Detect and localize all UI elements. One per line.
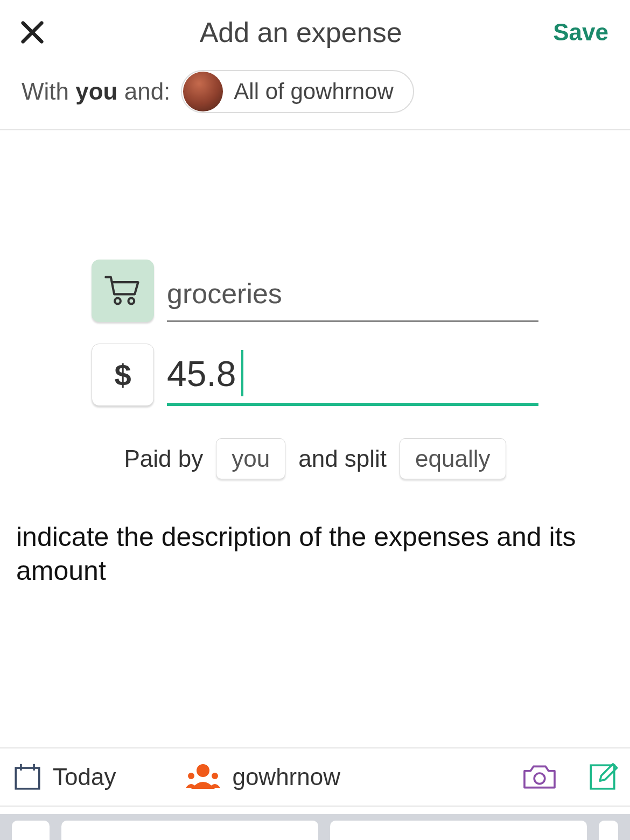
camera-icon: [521, 762, 558, 792]
calendar-icon: [12, 761, 43, 793]
date-label: Today: [53, 764, 116, 790]
description-input[interactable]: [167, 263, 538, 322]
shopping-cart-icon: [102, 270, 143, 311]
with-and: and:: [117, 78, 170, 104]
svg-rect-4: [16, 768, 39, 789]
with-you: you: [75, 78, 117, 104]
avatar: [183, 72, 223, 111]
svg-point-9: [212, 773, 218, 779]
edit-note-icon: [587, 761, 618, 793]
payer-button[interactable]: you: [216, 438, 285, 479]
with-prefix: With: [22, 78, 75, 104]
group-icon: [184, 762, 222, 792]
bottom-toolbar: Today gowhrnow: [0, 747, 630, 807]
participant-chip[interactable]: All of gowhrnow: [181, 70, 414, 113]
group-label: gowhrnow: [232, 764, 340, 790]
save-button[interactable]: Save: [553, 19, 608, 46]
currency-symbol: $: [114, 358, 131, 393]
paid-by-label: Paid by: [124, 445, 203, 472]
and-split-label: and split: [298, 445, 387, 472]
svg-point-10: [534, 773, 545, 784]
page-title: Add an expense: [200, 16, 402, 48]
amount-input[interactable]: [167, 347, 538, 406]
svg-point-7: [197, 764, 209, 777]
svg-point-2: [115, 298, 121, 304]
close-button[interactable]: [16, 16, 48, 48]
category-button[interactable]: [92, 260, 154, 322]
group-button[interactable]: gowhrnow: [184, 762, 340, 792]
split-method-button[interactable]: equally: [400, 438, 506, 479]
date-button[interactable]: Today: [12, 761, 116, 793]
text-cursor: [241, 350, 243, 396]
notes-button[interactable]: [587, 761, 618, 793]
camera-button[interactable]: [521, 762, 558, 792]
split-row: Paid by you and split equally: [92, 438, 538, 479]
participant-chip-label: All of gowhrnow: [234, 79, 393, 104]
svg-rect-11: [591, 765, 614, 789]
keyboard-stub: [0, 814, 630, 840]
close-icon: [18, 18, 46, 46]
svg-point-3: [128, 298, 134, 304]
with-label: With you and:: [22, 78, 170, 105]
svg-point-8: [188, 773, 194, 779]
instruction-text: indicate the description of the expenses…: [0, 479, 630, 587]
currency-button[interactable]: $: [92, 344, 154, 406]
participants-row: With you and: All of gowhrnow: [0, 59, 630, 130]
